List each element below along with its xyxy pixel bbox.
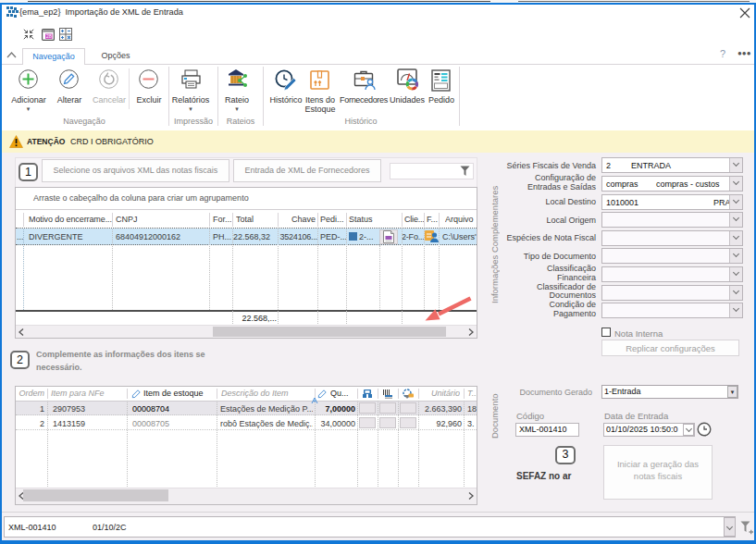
svg-text:28: 28	[46, 33, 52, 39]
